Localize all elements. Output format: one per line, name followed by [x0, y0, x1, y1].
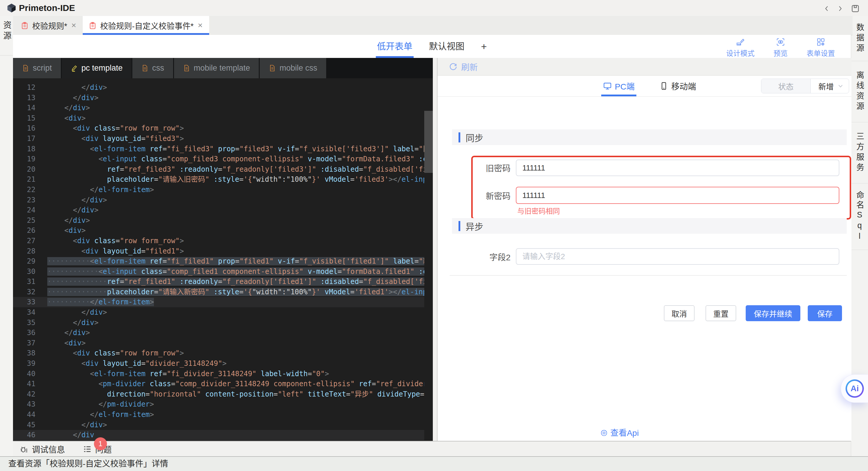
field-label-new-password: 新密码: [473, 190, 510, 201]
nav-forward-icon[interactable]: [835, 4, 845, 13]
code-line[interactable]: 13 </div>: [13, 93, 424, 103]
section-title: 同步: [466, 131, 483, 144]
nav-back-icon[interactable]: [822, 4, 832, 13]
editor-tab-pc-template[interactable]: pc template: [62, 58, 132, 78]
cancel-button[interactable]: 取消: [664, 305, 694, 321]
document-tab-strip: 校验规则* × 校验规则-自定义校验事件* ×: [13, 16, 852, 35]
save-icon[interactable]: [850, 4, 860, 13]
status-select[interactable]: 状态 新增: [761, 78, 849, 93]
code-line[interactable]: 32··············placeholder="请输入新密码" :st…: [13, 287, 424, 297]
editor-tab-mobile-template[interactable]: mobile template: [174, 58, 259, 78]
code-line[interactable]: 31··············ref="ref_filed1" :readon…: [13, 277, 424, 287]
preview-button[interactable]: 预览: [773, 37, 788, 58]
design-mode-button[interactable]: 设计模式: [726, 37, 754, 58]
code-line[interactable]: 41 <pm-divider class="comp_divider_31148…: [13, 379, 424, 389]
code-line[interactable]: 35 </div>: [13, 318, 424, 328]
ai-icon: Ai: [845, 379, 864, 398]
close-icon[interactable]: ×: [197, 21, 203, 30]
refresh-button[interactable]: 刷新: [449, 58, 478, 75]
code-line[interactable]: 33··········</el-form-item>: [13, 297, 424, 307]
code-lines[interactable]: 12 </div>13 </div>14 </div>15 <div>16 <d…: [13, 78, 424, 441]
right-rail-item-named-sql[interactable]: 命名Sql: [851, 184, 868, 250]
form-settings-button[interactable]: 表单设置: [807, 37, 835, 58]
code-line[interactable]: 18 <el-form-item ref="fi_filed3" prop="f…: [13, 144, 424, 154]
tab-default-view[interactable]: 默认视图: [429, 35, 464, 58]
code-line[interactable]: 25 </div>: [13, 215, 424, 226]
doc-tab-validation-rule-custom-event[interactable]: 校验规则-自定义校验事件* ×: [83, 16, 209, 35]
pencil-icon: [71, 64, 78, 72]
view-api-link[interactable]: ◎ 查看Api: [601, 427, 639, 438]
code-line[interactable]: 21 placeholder="请输入旧密码" :style='{"width"…: [13, 174, 424, 185]
field2-input[interactable]: [516, 248, 839, 265]
view-tab-row: 低开表单 默认视图 + 设计模式 预览: [13, 35, 851, 58]
status-bar: 查看资源「校验规则-自定义校验事件」详情: [0, 456, 868, 471]
code-line[interactable]: 34 </div>: [13, 307, 424, 318]
tab-pc[interactable]: PC端: [603, 76, 634, 96]
bug-icon: [20, 445, 28, 453]
validation-error-text: 与旧密码相同: [517, 206, 560, 216]
editor-tab-css[interactable]: css: [132, 58, 173, 78]
code-line[interactable]: 40 <el-form-item ref="fi_divider_3114824…: [13, 369, 424, 379]
add-view-button[interactable]: +: [481, 35, 487, 58]
doc-tab-label: 校验规则-自定义校验事件*: [100, 20, 194, 31]
close-icon[interactable]: ×: [71, 21, 77, 30]
doc-tab-label: 校验规则*: [32, 20, 67, 31]
left-rail: 资源: [0, 16, 13, 456]
section-divider-async: 异步: [452, 218, 847, 234]
code-line[interactable]: 24 </div>: [13, 205, 424, 215]
right-rail-item-datasource[interactable]: 数据源: [851, 16, 868, 61]
code-line[interactable]: 38 <div class="row form_row">: [13, 348, 424, 358]
left-rail-divider: [0, 55, 13, 56]
tab-lowcode-form[interactable]: 低开表单: [377, 35, 412, 58]
clipboard-icon: [21, 22, 29, 30]
new-password-input[interactable]: [516, 187, 839, 204]
code-line[interactable]: 27 <div class="row form_row">: [13, 236, 424, 246]
file-icon: [141, 64, 149, 72]
editor-tab-script[interactable]: script: [13, 58, 61, 78]
code-line[interactable]: 30············<el-input class="comp_file…: [13, 266, 424, 277]
code-line[interactable]: 39 <div layout_id="divider_31148249">: [13, 358, 424, 369]
left-rail-resources-tab[interactable]: 资源: [1, 21, 12, 42]
tab-mobile[interactable]: 移动端: [659, 76, 696, 96]
save-button[interactable]: 保存: [808, 305, 842, 321]
right-rail-item-third-party-services[interactable]: 三方服务: [851, 122, 868, 184]
code-line[interactable]: 16 <div class="row form_row">: [13, 123, 424, 133]
code-editor: script pc template css mobile tem: [13, 58, 433, 441]
code-line[interactable]: 22 </el-form-item>: [13, 185, 424, 195]
code-line[interactable]: 43 </pm-divider>: [13, 399, 424, 410]
code-line[interactable]: 44 </el-form-item>: [13, 410, 424, 420]
editor-tab-strip: script pc template css mobile tem: [13, 58, 433, 78]
code-line[interactable]: 45 </div>: [13, 420, 424, 430]
code-line[interactable]: 26 <div>: [13, 225, 424, 236]
code-line[interactable]: 12 </div>: [13, 83, 424, 93]
code-line[interactable]: 17 <div layout_id="filed3">: [13, 133, 424, 144]
code-line[interactable]: 42 direction="horizontal" content-positi…: [13, 389, 424, 400]
doc-tab-validation-rule[interactable]: 校验规则* ×: [15, 16, 83, 35]
file-icon: [269, 64, 276, 72]
section-title: 异步: [466, 220, 483, 232]
monitor-icon: [603, 82, 612, 90]
code-line[interactable]: 19 <el-input class="comp_filed3 componen…: [13, 154, 424, 164]
code-line[interactable]: 20 ref="ref_filed3" :readonly="f_readonl…: [13, 164, 424, 175]
code-line[interactable]: 28 <div layout_id="filed1">: [13, 246, 424, 256]
code-line[interactable]: 14 </div>: [13, 103, 424, 113]
debug-info-button[interactable]: 调试信息: [20, 443, 65, 455]
code-line[interactable]: 36 </div>: [13, 328, 424, 338]
code-line[interactable]: 37 <div>: [13, 338, 424, 348]
right-rail-item-offline-resources[interactable]: 离线资源: [851, 61, 868, 122]
code-line[interactable]: 46 </div: [13, 430, 424, 440]
ai-assistant-button[interactable]: Ai: [841, 374, 868, 403]
editor-scrollbar[interactable]: [424, 111, 433, 173]
code-line[interactable]: 23 </div>: [13, 195, 424, 206]
old-password-input[interactable]: [516, 160, 839, 176]
refresh-bar: 刷新: [438, 58, 851, 76]
code-line[interactable]: 15 <div>: [13, 113, 424, 124]
section-divider-sync: 同步: [452, 129, 847, 145]
code-line[interactable]: 29··········<el-form-item ref="fi_filed1…: [13, 256, 424, 266]
reset-button[interactable]: 重置: [706, 305, 736, 321]
form-preview-panel: 刷新 PC端 移动端 状态: [437, 58, 851, 441]
design-mode-icon: [736, 37, 745, 46]
editor-tab-mobile-css[interactable]: mobile css: [260, 58, 326, 78]
section-accent-bar: [459, 221, 460, 231]
save-and-continue-button[interactable]: 保存并继续: [746, 305, 800, 321]
